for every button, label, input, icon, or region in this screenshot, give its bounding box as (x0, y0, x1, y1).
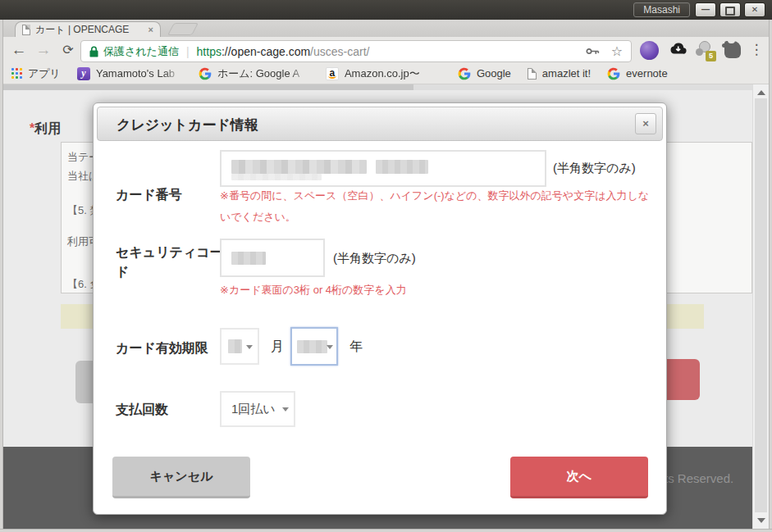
address-bar[interactable]: 保護された通信 | https://open-cage.com/usces-ca… (80, 40, 632, 62)
page-icon (22, 25, 30, 35)
secure-connection-label: 保護された通信 (103, 44, 179, 59)
card-number-input[interactable] (220, 150, 546, 187)
chevron-down-icon (327, 345, 333, 349)
credit-card-modal: クレジットカード情報 × カード番号 (半角数字のみ) ※番号の間に、スペース（… (93, 102, 667, 515)
masked-security-code (231, 252, 266, 265)
chevron-down-icon (246, 345, 253, 349)
installments-value: 1回払い (231, 402, 276, 416)
masked-month (228, 339, 242, 353)
bookmark-google[interactable]: Google (458, 67, 511, 80)
google-g-icon (458, 67, 471, 80)
bookmark-evernote[interactable]: evernote (607, 67, 668, 80)
installments-select[interactable]: 1回払い (220, 391, 295, 427)
browser-window: Masashi — ✕ カート | OPENCAGE × ← → ⟳ 保護された… (0, 0, 772, 532)
window-frame (769, 20, 772, 532)
expiry-label: カード有効期限 (116, 339, 208, 358)
omnibox-divider: | (186, 45, 190, 58)
chevron-down-icon (282, 407, 289, 412)
bookmark-home-google[interactable]: ホーム: Google A (199, 66, 309, 81)
extension-badge: 5 (706, 51, 716, 61)
cancel-button[interactable]: キャンセル (112, 457, 250, 498)
modal-title: クレジットカード情報 (116, 116, 258, 134)
security-code-hint: ※カード裏面の3桁 or 4桁の数字を入力 (220, 280, 407, 301)
scroll-up-icon[interactable] (757, 90, 765, 95)
window-close-button[interactable]: ✕ (744, 2, 765, 17)
scrollbar-thumb[interactable] (755, 98, 767, 512)
reload-icon[interactable]: ⟳ (57, 39, 79, 61)
circles-extension-icon[interactable]: 5 (695, 41, 716, 61)
window-maximize-button[interactable] (719, 2, 741, 17)
expiry-month-select[interactable] (220, 328, 259, 365)
window-frame (0, 529, 772, 532)
masked-year (297, 340, 327, 353)
amazon-icon: a (326, 67, 339, 80)
forward-icon: → (33, 39, 54, 61)
y-icon: y (77, 67, 90, 80)
card-number-label: カード番号 (116, 185, 182, 205)
evernote-extension-icon[interactable] (724, 41, 741, 58)
next-button[interactable]: 次へ (510, 457, 648, 498)
tab-title: カート | OPENCAGE (35, 23, 144, 37)
security-code-label: セキュリティコード (116, 243, 224, 282)
masked-card-number (231, 174, 322, 180)
extension-purple-icon[interactable] (640, 41, 659, 60)
scroll-down-icon[interactable] (757, 518, 765, 523)
back-icon[interactable]: ← (8, 39, 30, 61)
card-number-warning: ※番号の間に、スペース（空白）、ハイフン(-)などの、数字以外の記号や文字は入力… (220, 185, 656, 228)
masked-card-number (231, 160, 367, 174)
bookmark-star-icon[interactable]: ☆ (611, 43, 623, 59)
month-unit: 月 (271, 339, 284, 356)
expiry-year-select[interactable] (290, 327, 338, 366)
masked-card-number (376, 160, 428, 174)
modal-header: クレジットカード情報 × (97, 107, 663, 141)
google-g-icon (607, 67, 620, 80)
page-top-strip-light (413, 84, 752, 90)
tab-cart[interactable]: カート | OPENCAGE × (15, 21, 161, 37)
modal-close-button[interactable]: × (635, 113, 656, 134)
page-icon (528, 68, 537, 80)
scrollbar[interactable] (752, 84, 769, 529)
browser-toolbar: ← → ⟳ 保護された通信 | https://open-cage.com/us… (0, 37, 772, 65)
window-user-label: Masashi (633, 2, 690, 17)
tab-strip: カート | OPENCAGE × (0, 20, 772, 37)
bookmark-yamamotos-lab[interactable]: y Yamamoto's Lab (77, 67, 182, 80)
window-frame (0, 20, 3, 532)
security-code-format-hint: (半角数字のみ) (333, 251, 416, 266)
bookmarks-bar: アプリ y Yamamoto's Lab ホーム: Google A a Ama… (0, 65, 772, 84)
new-tab-button[interactable] (167, 23, 199, 35)
chrome-menu-icon[interactable]: ⋮ (748, 41, 765, 61)
security-code-input[interactable] (220, 239, 325, 277)
card-number-format-hint: (半角数字のみ) (553, 161, 636, 176)
key-icon[interactable] (586, 47, 600, 56)
bookmark-amazlet[interactable]: amazlet it! (528, 67, 591, 80)
apps-grid-icon (11, 68, 22, 79)
window-minimize-button[interactable]: — (695, 2, 716, 17)
lock-icon (89, 46, 98, 57)
installments-label: 支払回数 (116, 400, 168, 420)
bookmark-apps[interactable]: アプリ (11, 66, 61, 81)
google-g-icon (199, 67, 212, 80)
page-top-strip-dark (3, 84, 413, 90)
terms-section-heading: *利用 (30, 120, 61, 138)
tab-close-icon[interactable]: × (148, 25, 153, 34)
window-titlebar: Masashi — ✕ (0, 0, 772, 20)
footer-copyright: ts Reserved. (665, 471, 733, 485)
bookmark-amazon[interactable]: a Amazon.co.jp〜 (326, 66, 441, 81)
url-text: https://open-cage.com/usces-cart/ (197, 45, 370, 58)
cloud-download-extension-icon[interactable] (668, 41, 687, 57)
year-unit: 年 (349, 339, 363, 356)
